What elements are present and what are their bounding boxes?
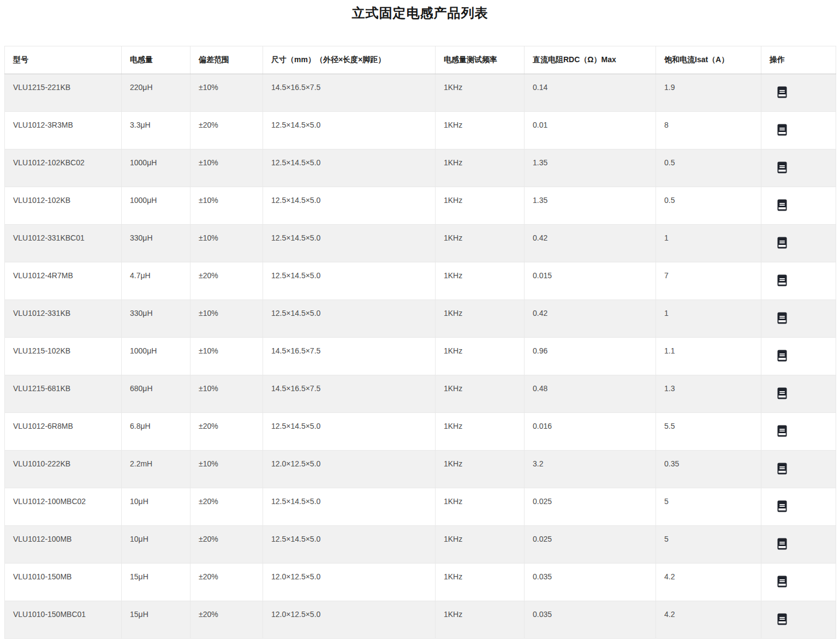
table-row: VLU1012-102KB 1000μH ±10% 12.5×14.5×5.0 … (5, 187, 836, 225)
view-details-button[interactable] (777, 425, 787, 437)
cell-test-frequency: 1KHz (436, 564, 525, 601)
table-row: VLU1012-102KBC02 1000μH ±10% 12.5×14.5×5… (5, 149, 836, 187)
cell-model: VLU1215-102KB (5, 338, 122, 375)
cell-size: 12.0×12.5×5.0 (263, 601, 436, 639)
cell-test-frequency: 1KHz (436, 526, 525, 564)
view-details-button[interactable] (777, 387, 787, 399)
cell-size: 14.5×16.5×7.5 (263, 74, 436, 112)
cell-inductance: 10μH (122, 526, 190, 564)
cell-action (761, 225, 836, 262)
cell-inductance: 10μH (122, 488, 190, 526)
cell-action (761, 375, 836, 413)
cell-test-frequency: 1KHz (436, 601, 525, 639)
cell-size: 12.5×14.5×5.0 (263, 225, 436, 262)
table-row: VLU1215-102KB 1000μH ±10% 14.5×16.5×7.5 … (5, 338, 836, 375)
cell-model: VLU1215-681KB (5, 375, 122, 413)
cell-tolerance: ±20% (190, 262, 263, 300)
cell-size: 12.5×14.5×5.0 (263, 413, 436, 451)
cell-tolerance: ±10% (190, 149, 263, 187)
cell-action (761, 451, 836, 488)
view-details-button[interactable] (777, 274, 787, 286)
cell-isat: 1 (656, 225, 761, 262)
cell-test-frequency: 1KHz (436, 262, 525, 300)
view-details-button[interactable] (777, 350, 787, 362)
view-details-button[interactable] (777, 312, 787, 324)
cell-tolerance: ±20% (190, 526, 263, 564)
cell-isat: 0.35 (656, 451, 761, 488)
book-icon (777, 161, 787, 173)
view-details-button[interactable] (777, 124, 787, 136)
cell-isat: 1.3 (656, 375, 761, 413)
cell-inductance: 3.3μH (122, 112, 190, 149)
cell-model: VLU1012-100MB (5, 526, 122, 564)
book-icon (777, 500, 787, 512)
cell-test-frequency: 1KHz (436, 149, 525, 187)
cell-isat: 1.9 (656, 74, 761, 112)
cell-size: 12.5×14.5×5.0 (263, 149, 436, 187)
cell-inductance: 4.7μH (122, 262, 190, 300)
cell-size: 12.5×14.5×5.0 (263, 262, 436, 300)
table-row: VLU1012-331KBC01 330μH ±10% 12.5×14.5×5.… (5, 225, 836, 262)
cell-rdc: 0.01 (525, 112, 656, 149)
cell-test-frequency: 1KHz (436, 225, 525, 262)
cell-inductance: 1000μH (122, 338, 190, 375)
cell-isat: 4.2 (656, 564, 761, 601)
cell-isat: 5.5 (656, 413, 761, 451)
cell-rdc: 0.14 (525, 74, 656, 112)
cell-test-frequency: 1KHz (436, 451, 525, 488)
cell-action (761, 262, 836, 300)
cell-size: 14.5×16.5×7.5 (263, 338, 436, 375)
cell-rdc: 1.35 (525, 149, 656, 187)
view-details-button[interactable] (777, 538, 787, 550)
cell-model: VLU1012-331KB (5, 300, 122, 338)
cell-test-frequency: 1KHz (436, 112, 525, 149)
view-details-button[interactable] (777, 463, 787, 475)
cell-model: VLU1012-3R3MB (5, 112, 122, 149)
cell-rdc: 0.025 (525, 488, 656, 526)
cell-tolerance: ±10% (190, 74, 263, 112)
book-icon (777, 425, 787, 437)
cell-inductance: 330μH (122, 225, 190, 262)
cell-size: 12.0×12.5×5.0 (263, 451, 436, 488)
book-icon (777, 274, 787, 286)
page: 立式固定电感产品列表 型号 电感量 偏差范围 尺寸（mm）（外径×长度×脚距） (0, 4, 840, 639)
cell-tolerance: ±10% (190, 338, 263, 375)
cell-test-frequency: 1KHz (436, 187, 525, 225)
product-table-container: 型号 电感量 偏差范围 尺寸（mm）（外径×长度×脚距） 电感量测试频率 直流电… (4, 46, 836, 639)
cell-tolerance: ±10% (190, 375, 263, 413)
book-icon (777, 237, 787, 249)
cell-model: VLU1215-221KB (5, 74, 122, 112)
cell-model: VLU1012-6R8MB (5, 413, 122, 451)
cell-model: VLU1012-102KB (5, 187, 122, 225)
header-inductance: 电感量 (122, 46, 190, 74)
view-details-button[interactable] (777, 161, 787, 173)
cell-tolerance: ±10% (190, 225, 263, 262)
view-details-button[interactable] (777, 500, 787, 512)
cell-rdc: 0.035 (525, 601, 656, 639)
cell-model: VLU1012-4R7MB (5, 262, 122, 300)
cell-size: 12.5×14.5×5.0 (263, 488, 436, 526)
table-row: VLU1012-3R3MB 3.3μH ±20% 12.5×14.5×5.0 1… (5, 112, 836, 149)
cell-rdc: 0.42 (525, 225, 656, 262)
cell-inductance: 15μH (122, 564, 190, 601)
cell-isat: 1.1 (656, 338, 761, 375)
view-details-button[interactable] (777, 576, 787, 588)
view-details-button[interactable] (777, 613, 787, 625)
cell-tolerance: ±20% (190, 413, 263, 451)
book-icon (777, 613, 787, 625)
cell-size: 12.5×14.5×5.0 (263, 526, 436, 564)
header-action: 操作 (761, 46, 836, 74)
cell-action (761, 413, 836, 451)
cell-action (761, 338, 836, 375)
book-icon (777, 576, 787, 588)
cell-isat: 0.5 (656, 149, 761, 187)
table-row: VLU1012-4R7MB 4.7μH ±20% 12.5×14.5×5.0 1… (5, 262, 836, 300)
cell-tolerance: ±10% (190, 300, 263, 338)
cell-test-frequency: 1KHz (436, 338, 525, 375)
cell-test-frequency: 1KHz (436, 300, 525, 338)
cell-rdc: 0.48 (525, 375, 656, 413)
cell-inductance: 680μH (122, 375, 190, 413)
view-details-button[interactable] (777, 86, 787, 98)
view-details-button[interactable] (777, 237, 787, 249)
view-details-button[interactable] (777, 199, 787, 211)
